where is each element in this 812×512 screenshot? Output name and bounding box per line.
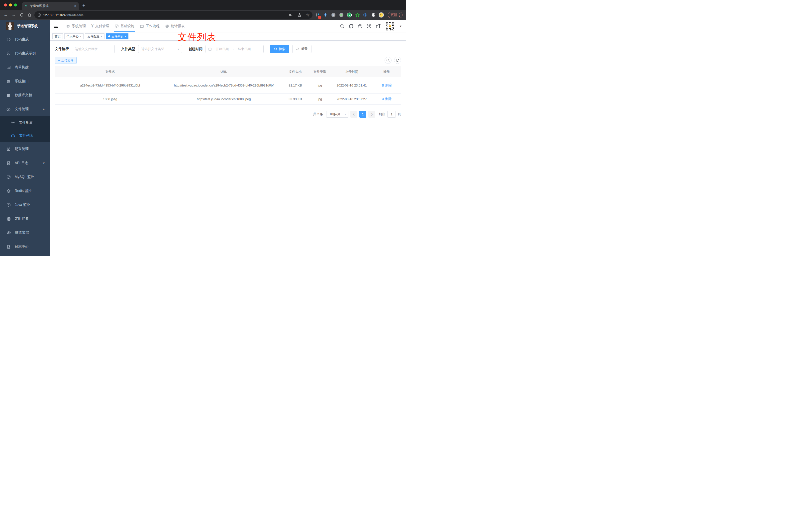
- main-area: 系统管理 ¥ 支付管理 基础设施 工作流程 统计报表: [50, 20, 406, 256]
- app-navbar: 系统管理 ¥ 支付管理 基础设施 工作流程 统计报表: [50, 20, 406, 32]
- profile-avatar-icon[interactable]: [378, 11, 385, 19]
- jump-page-input[interactable]: [387, 111, 396, 118]
- close-window-button[interactable]: [4, 3, 7, 6]
- help-icon[interactable]: [358, 24, 362, 28]
- delete-button[interactable]: 删除: [381, 96, 392, 101]
- sidebar-item-tracing[interactable]: 链路追踪: [0, 226, 50, 240]
- extension-command-icon[interactable]: ⌘: [330, 11, 337, 19]
- close-icon[interactable]: ×: [125, 35, 126, 38]
- sidebar-item-label: 代码生成示例: [15, 51, 36, 56]
- font-size-icon[interactable]: [375, 24, 381, 28]
- upload-file-button[interactable]: + 上传文件: [55, 57, 77, 64]
- sidebar-item-code-example[interactable]: 代码生成示例: [0, 47, 50, 60]
- page-content: 文件路径 文件类型 ∨ 创建时间 - 搜索: [50, 41, 406, 118]
- extension-star-icon[interactable]: [354, 11, 361, 19]
- sidebar-item-config-management[interactable]: 配置管理: [0, 142, 50, 156]
- delete-label: 删除: [385, 96, 392, 101]
- tag-file-list[interactable]: 文件列表 ×: [106, 33, 128, 39]
- extensions-puzzle-icon[interactable]: [370, 11, 377, 19]
- browser-update-button[interactable]: 更新: [388, 12, 403, 18]
- sidebar-logo[interactable]: 芋道管理系统: [0, 20, 50, 32]
- reset-button[interactable]: 重置: [292, 45, 312, 53]
- file-type-input[interactable]: [138, 47, 178, 51]
- sidebar-item-scheduled-tasks[interactable]: 定时任务: [0, 212, 50, 226]
- sidebar-item-form-builder[interactable]: 表单构建: [0, 60, 50, 74]
- sidebar-item-label: 文件管理: [15, 107, 29, 112]
- reload-icon[interactable]: [19, 12, 25, 18]
- col-header-url: URL: [165, 69, 282, 74]
- browser-tab[interactable]: 芋道管理系统 ×: [22, 2, 79, 10]
- sidebar-item-file-list[interactable]: 文件列表: [0, 129, 50, 142]
- sidebar-item-system-api[interactable]: 系统接口: [0, 74, 50, 88]
- sidebar-toggle-icon[interactable]: [54, 24, 59, 29]
- site-info-icon[interactable]: [37, 13, 41, 17]
- dashboard-icon: [165, 24, 169, 28]
- caret-down-icon[interactable]: ▼: [399, 25, 402, 28]
- fullscreen-icon[interactable]: [367, 24, 371, 28]
- tag-home[interactable]: 首页: [52, 33, 63, 39]
- extension-kite-icon[interactable]: [322, 11, 329, 19]
- file-path-input[interactable]: [72, 47, 114, 51]
- app-title: 芋道管理系统: [17, 24, 38, 28]
- search-button[interactable]: 搜索: [270, 45, 289, 53]
- shield-check-icon: [6, 51, 11, 56]
- sidebar-item-log-center[interactable]: 日志中心: [0, 240, 50, 254]
- github-icon[interactable]: [349, 24, 354, 29]
- top-menu-system[interactable]: 系统管理: [63, 20, 89, 32]
- password-key-icon[interactable]: [288, 12, 294, 18]
- sidebar-item-java-monitor[interactable]: Java 监控: [0, 198, 50, 212]
- close-icon[interactable]: ×: [100, 35, 102, 38]
- bookmark-star-icon[interactable]: ☆: [304, 12, 311, 18]
- minimize-window-button[interactable]: [9, 3, 12, 6]
- top-menu-label: 统计报表: [171, 24, 185, 28]
- search-icon[interactable]: [340, 24, 344, 28]
- sidebar-item-label: 日志中心: [15, 244, 29, 249]
- back-icon[interactable]: ←: [2, 12, 9, 18]
- extension-grid-icon[interactable]: 11: [314, 11, 321, 19]
- sidebar-item-label: Redis 监控: [15, 189, 32, 193]
- sidebar-item-db-doc[interactable]: 数据库文档: [0, 88, 50, 102]
- top-menu-workflow[interactable]: 工作流程: [137, 20, 162, 32]
- url-text[interactable]: 127.0.0.1:1024/infra/file/file: [43, 13, 84, 17]
- page-number-button[interactable]: 1: [359, 111, 366, 118]
- delete-button[interactable]: 删除: [381, 83, 392, 88]
- refresh-table-button[interactable]: [394, 57, 401, 64]
- show-search-button[interactable]: [384, 57, 392, 64]
- tab-close-icon[interactable]: ×: [74, 4, 76, 8]
- extension-eye-icon[interactable]: [362, 11, 369, 19]
- maximize-window-button[interactable]: [14, 3, 17, 6]
- logo-rabbit-avatar: [6, 22, 14, 30]
- end-date-input[interactable]: [235, 47, 253, 51]
- briefcase-icon: [140, 24, 144, 28]
- sidebar-item-mysql-monitor[interactable]: MySQL 监控: [0, 170, 50, 184]
- gear-icon: [11, 121, 15, 125]
- sidebar-item-file-config[interactable]: 文件配置: [0, 116, 50, 129]
- top-menu-payment[interactable]: ¥ 支付管理: [89, 20, 112, 32]
- start-date-input[interactable]: [213, 47, 231, 51]
- tag-file-config[interactable]: 文件配置 ×: [85, 33, 104, 39]
- sidebar-item-api-log[interactable]: API 日志 ∨: [0, 156, 50, 170]
- file-type-select[interactable]: ∨: [138, 45, 182, 53]
- tag-profile[interactable]: 个人中心 ×: [64, 33, 84, 39]
- prev-page-button[interactable]: ❮: [350, 111, 357, 118]
- tag-label: 个人中心: [66, 34, 79, 39]
- next-page-button[interactable]: ❯: [368, 111, 375, 118]
- top-menu-infrastructure[interactable]: 基础设施: [112, 20, 137, 32]
- sidebar-item-file-management[interactable]: 文件管理 ∧: [0, 102, 50, 116]
- browser-menu-icon[interactable]: [399, 13, 400, 17]
- date-range-picker[interactable]: -: [205, 45, 264, 53]
- user-avatar-qr[interactable]: [385, 21, 395, 31]
- sidebar-item-code-generation[interactable]: 代码生成: [0, 32, 50, 47]
- home-icon[interactable]: [26, 12, 33, 18]
- new-tab-button[interactable]: +: [82, 3, 85, 8]
- sidebar-item-redis-monitor[interactable]: Redis 监控: [0, 184, 50, 198]
- page-size-select[interactable]: 10条/页 ∨: [326, 111, 348, 118]
- plus-icon: +: [58, 58, 60, 62]
- share-icon[interactable]: [296, 12, 302, 18]
- extension-v-icon[interactable]: V: [346, 11, 353, 19]
- top-menu-reports[interactable]: 统计报表: [162, 20, 187, 32]
- extension-dot-icon[interactable]: [338, 11, 345, 19]
- close-icon[interactable]: ×: [80, 35, 81, 38]
- url-bar[interactable]: 127.0.0.1:1024/infra/file/file ☆: [34, 11, 313, 19]
- browser-toolbar: ← → 127.0.0.1:1024/infra/file/file ☆: [0, 10, 406, 20]
